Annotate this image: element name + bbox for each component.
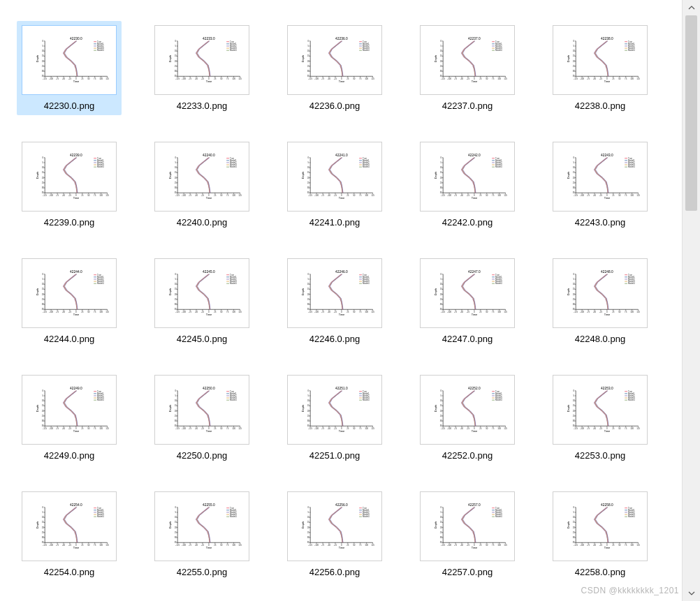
svg-text:-125: -125 — [574, 427, 578, 430]
file-thumbnail: 42246.0 -125-100-75-50-25025507510012505… — [287, 258, 382, 328]
file-name-label: 42237.0.png — [442, 101, 493, 111]
svg-text:-125: -125 — [441, 77, 445, 80]
svg-text:-50: -50 — [593, 77, 597, 80]
chart-thumbnail-icon: 42240.0 -125-100-75-50-25025507510012505… — [169, 152, 243, 200]
svg-text:75: 75 — [492, 544, 495, 547]
svg-text:-125: -125 — [574, 544, 578, 547]
svg-text:75: 75 — [226, 427, 229, 430]
svg-text:10: 10 — [307, 50, 310, 52]
svg-text:Model4: Model4 — [230, 282, 237, 285]
svg-text:-75: -75 — [321, 194, 325, 197]
file-item[interactable]: 42253.0 -125-100-75-50-25025507510012505… — [548, 371, 652, 465]
svg-text:-100: -100 — [182, 544, 186, 547]
svg-text:-75: -75 — [454, 427, 458, 430]
svg-text:25: 25 — [479, 311, 482, 313]
file-item[interactable]: 42249.0 -125-100-75-50-25025507510012505… — [17, 371, 122, 465]
svg-text:10: 10 — [440, 399, 443, 402]
chart-thumbnail-icon: 42236.0 -125-100-75-50-25025507510012505… — [302, 36, 376, 83]
svg-text:-25: -25 — [68, 194, 72, 197]
file-name-label: 42245.0.png — [177, 334, 227, 344]
file-item[interactable]: 42244.0 -125-100-75-50-25025507510012505… — [17, 254, 122, 348]
file-item[interactable]: 42247.0 -125-100-75-50-25025507510012505… — [415, 254, 520, 348]
svg-text:-75: -75 — [189, 194, 192, 197]
file-item[interactable]: 42238.0 -125-100-75-50-25025507510012505… — [548, 21, 652, 115]
file-item[interactable]: 42254.0 -125-100-75-50-25025507510012505… — [17, 487, 122, 581]
file-item[interactable]: 42257.0 -125-100-75-50-25025507510012505… — [415, 487, 520, 581]
svg-text:0: 0 — [175, 389, 176, 392]
svg-text:30: 30 — [42, 186, 45, 189]
svg-text:-25: -25 — [68, 427, 72, 430]
svg-text:-50: -50 — [195, 311, 198, 313]
file-item[interactable]: 42252.0 -125-100-75-50-25025507510012505… — [415, 371, 520, 465]
file-item[interactable]: 42256.0 -125-100-75-50-25025507510012505… — [282, 487, 387, 581]
scroll-up-button[interactable] — [683, 0, 700, 15]
svg-text:100: 100 — [497, 311, 501, 313]
svg-text:-75: -75 — [454, 194, 458, 197]
file-item[interactable]: 42230.0 -125-100-75-50-25025507510012505… — [17, 21, 122, 115]
svg-text:100: 100 — [365, 77, 368, 80]
thumbnail-grid: 42230.0 -125-100-75-50-25025507510012505… — [17, 21, 682, 581]
file-item[interactable]: 42241.0 -125-100-75-50-25025507510012505… — [282, 138, 387, 232]
svg-text:Depth: Depth — [36, 288, 39, 295]
file-item[interactable]: 42251.0 -125-100-75-50-25025507510012505… — [282, 371, 387, 465]
svg-text:20: 20 — [175, 177, 177, 179]
svg-text:-50: -50 — [195, 194, 198, 197]
svg-text:-125: -125 — [175, 194, 180, 197]
svg-text:25: 25 — [573, 415, 576, 417]
svg-text:42251.0: 42251.0 — [335, 387, 348, 390]
file-item[interactable]: 42245.0 -125-100-75-50-25025507510012505… — [150, 254, 254, 348]
file-item[interactable]: 42240.0 -125-100-75-50-25025507510012505… — [150, 138, 254, 232]
svg-text:-50: -50 — [593, 544, 597, 547]
svg-text:125: 125 — [636, 544, 640, 547]
chart-thumbnail-icon: 42250.0 -125-100-75-50-25025507510012505… — [169, 385, 243, 433]
file-item[interactable]: 42236.0 -125-100-75-50-25025507510012505… — [282, 21, 387, 115]
svg-text:5: 5 — [175, 511, 176, 514]
file-item[interactable]: 42242.0 -125-100-75-50-25025507510012505… — [415, 138, 520, 232]
svg-text:10: 10 — [573, 399, 576, 402]
svg-text:-125: -125 — [441, 311, 445, 313]
svg-text:25: 25 — [214, 77, 217, 80]
svg-text:35: 35 — [175, 424, 177, 427]
svg-text:5: 5 — [175, 45, 176, 47]
svg-text:15: 15 — [42, 404, 45, 407]
file-item[interactable]: 42233.0 -125-100-75-50-25025507510012505… — [150, 21, 254, 115]
file-item[interactable]: 42246.0 -125-100-75-50-25025507510012505… — [282, 254, 387, 348]
svg-text:30: 30 — [42, 536, 45, 539]
chart-thumbnail-icon: 42243.0 -125-100-75-50-25025507510012505… — [567, 152, 641, 200]
file-item[interactable]: 42239.0 -125-100-75-50-25025507510012505… — [17, 138, 122, 232]
svg-text:30: 30 — [175, 536, 177, 539]
svg-text:10: 10 — [440, 516, 443, 519]
svg-text:-25: -25 — [201, 194, 205, 197]
svg-text:10: 10 — [42, 50, 45, 52]
svg-text:30: 30 — [42, 70, 45, 73]
svg-text:25: 25 — [347, 311, 349, 313]
file-item[interactable]: 42237.0 -125-100-75-50-25025507510012505… — [415, 21, 520, 115]
svg-text:-25: -25 — [334, 427, 337, 430]
svg-text:15: 15 — [175, 54, 177, 57]
svg-text:20: 20 — [42, 293, 45, 296]
file-item[interactable]: 42248.0 -125-100-75-50-25025507510012505… — [548, 254, 652, 348]
scroll-down-button[interactable] — [683, 586, 700, 601]
svg-text:35: 35 — [573, 191, 576, 194]
svg-text:30: 30 — [440, 303, 443, 306]
svg-text:30: 30 — [307, 536, 310, 539]
chart-thumbnail-icon: 42242.0 -125-100-75-50-25025507510012505… — [435, 152, 509, 200]
file-item[interactable]: 42258.0 -125-100-75-50-25025507510012505… — [548, 487, 652, 581]
svg-text:0: 0 — [42, 40, 43, 43]
svg-text:30: 30 — [573, 420, 576, 422]
file-item[interactable]: 42250.0 -125-100-75-50-25025507510012505… — [150, 371, 254, 465]
file-item[interactable]: 42243.0 -125-100-75-50-25025507510012505… — [548, 138, 652, 232]
file-explorer-content[interactable]: 42230.0 -125-100-75-50-25025507510012505… — [0, 0, 682, 601]
svg-text:0: 0 — [175, 40, 176, 43]
svg-text:42248.0: 42248.0 — [601, 270, 613, 274]
file-item[interactable]: 42255.0 -125-100-75-50-25025507510012505… — [150, 487, 254, 581]
svg-text:10: 10 — [175, 50, 177, 52]
svg-text:10: 10 — [573, 283, 576, 285]
svg-text:42257.0: 42257.0 — [468, 503, 481, 507]
svg-text:5: 5 — [440, 394, 442, 397]
svg-text:-25: -25 — [599, 544, 603, 547]
file-thumbnail: 42250.0 -125-100-75-50-25025507510012505… — [154, 375, 249, 445]
svg-text:100: 100 — [232, 77, 235, 80]
svg-text:50: 50 — [87, 427, 90, 430]
vertical-scrollbar-thumb[interactable] — [685, 15, 697, 211]
